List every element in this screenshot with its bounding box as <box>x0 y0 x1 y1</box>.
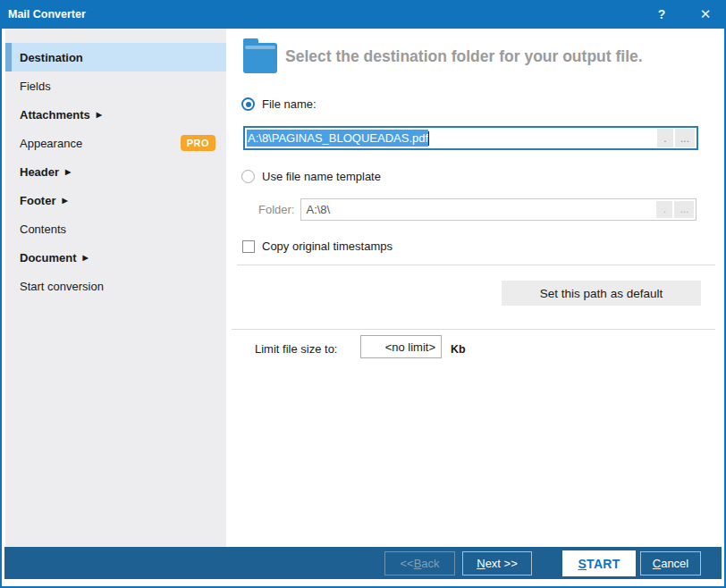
sidebar-item-label: Document <box>20 251 77 265</box>
destination-panel: Select the destination folder for your o… <box>226 29 722 547</box>
checkbox-unchecked-icon[interactable] <box>242 240 255 253</box>
folder-input[interactable]: A:\8\ . ... <box>300 198 696 221</box>
folder-row: Folder: A:\8\ . ... <box>258 198 696 221</box>
window-title: Mail Converter <box>8 0 86 29</box>
copy-timestamps-label: Copy original timestamps <box>262 239 393 253</box>
sidebar-item-label: Contents <box>20 223 66 236</box>
sidebar-item-label: Destination <box>20 51 83 64</box>
sidebar-item-header[interactable]: Header ▶ <box>5 157 226 186</box>
limit-file-size-label: Limit file size to: <box>255 342 337 356</box>
path-dot-button[interactable]: . <box>657 129 673 147</box>
set-default-path-button[interactable]: Set this path as default <box>502 281 701 306</box>
next-button[interactable]: Next >> <box>462 551 532 575</box>
sidebar-item-document[interactable]: Document ▶ <box>5 243 226 272</box>
sidebar-item-fields[interactable]: Fields <box>5 71 226 100</box>
sidebar-item-appearance[interactable]: Appearance PRO <box>5 129 226 157</box>
sidebar-item-footer[interactable]: Footer ▶ <box>5 186 226 214</box>
radio-selected-icon[interactable] <box>241 97 255 111</box>
chevron-right-icon: ▶ <box>83 254 89 262</box>
limit-unit-label: Kb <box>451 343 466 356</box>
sidebar-item-start-conversion[interactable]: Start conversion <box>5 272 226 300</box>
sidebar-item-label: Header <box>20 165 59 179</box>
chevron-right-icon: ▶ <box>97 111 102 119</box>
file-name-value: A:\8\PAGINAS_BLOQUEADAS.pdf <box>247 130 428 147</box>
sidebar-item-label: Appearance <box>20 137 82 150</box>
limit-file-size-input[interactable]: <no limit> <box>360 335 442 358</box>
sidebar-item-label: Start conversion <box>20 280 104 293</box>
help-icon[interactable]: ? <box>651 0 672 29</box>
divider <box>237 265 715 265</box>
start-button[interactable]: START <box>562 550 636 576</box>
sidebar-item-label: Attachments <box>20 108 90 122</box>
pro-badge: PRO <box>181 135 215 151</box>
folder-icon <box>243 43 277 73</box>
sidebar-item-contents[interactable]: Contents <box>5 214 226 243</box>
sidebar-item-attachments[interactable]: Attachments ▶ <box>5 100 226 129</box>
radio-unselected-icon[interactable] <box>241 170 255 183</box>
divider <box>232 329 715 330</box>
folder-browse-button[interactable]: ... <box>674 201 694 218</box>
chevron-right-icon: ▶ <box>65 168 71 176</box>
template-radio-row[interactable]: Use file name template <box>241 170 381 183</box>
sidebar-item-label: Footer <box>20 194 55 207</box>
chevron-right-icon: ▶ <box>62 197 67 205</box>
browse-button[interactable]: ... <box>675 129 695 147</box>
cancel-button[interactable]: Cancel <box>640 551 701 575</box>
copy-timestamps-row[interactable]: Copy original timestamps <box>242 239 393 253</box>
close-icon[interactable]: ✕ <box>693 0 718 29</box>
limit-file-size-value: <no limit> <box>385 340 435 354</box>
file-name-radio-row[interactable]: File name: <box>241 97 317 111</box>
template-radio-label: Use file name template <box>262 170 381 183</box>
page-title: Select the destination folder for your o… <box>285 47 643 66</box>
window-border <box>0 29 2 588</box>
text-caret <box>428 131 429 146</box>
sidebar-item-destination[interactable]: Destination <box>5 43 226 71</box>
folder-value: A:\8\ <box>306 203 330 216</box>
folder-label: Folder: <box>258 203 294 216</box>
mail-converter-window: Mail Converter ? ✕ Destination Fields At… <box>0 0 726 588</box>
file-name-input[interactable]: A:\8\PAGINAS_BLOQUEADAS.pdf . ... <box>243 126 698 150</box>
footer-bar: << Back Next >> START Cancel <box>4 547 722 579</box>
sidebar-item-label: Fields <box>20 80 51 93</box>
title-bar: Mail Converter ? ✕ <box>0 0 726 29</box>
folder-dot-button[interactable]: . <box>656 201 672 218</box>
file-name-radio-label: File name: <box>262 97 317 111</box>
sidebar: Destination Fields Attachments ▶ Appeara… <box>5 29 226 547</box>
back-button[interactable]: << Back <box>384 551 455 575</box>
